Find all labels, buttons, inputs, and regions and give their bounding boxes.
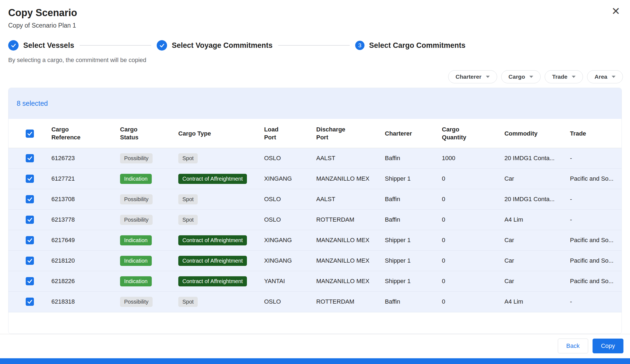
load-port-cell: YANTAI bbox=[264, 271, 316, 292]
row-checkbox-cell bbox=[8, 210, 51, 230]
cargo-type-badge: Spot bbox=[178, 153, 198, 163]
helper-text: By selecting a cargo, the commitment wil… bbox=[0, 57, 630, 64]
load-port-cell: OSLO bbox=[264, 189, 316, 210]
status-badge: Indication bbox=[120, 235, 152, 245]
trade-cell: - bbox=[570, 189, 622, 210]
commodity-cell: Car bbox=[504, 251, 570, 271]
step-connector bbox=[80, 45, 151, 46]
step-select-voyage-commitments[interactable]: Select Voyage Commitments bbox=[157, 40, 273, 51]
table-row[interactable]: 6213708 Possibility Spot OSLO AALST Baff… bbox=[8, 189, 622, 210]
table-row[interactable]: 6218120 Indication Contract of Affreight… bbox=[8, 251, 622, 271]
copy-button[interactable]: Copy bbox=[593, 339, 623, 353]
filter-cargo[interactable]: Cargo bbox=[501, 70, 541, 83]
cargo-quantity-cell: 0 bbox=[442, 210, 504, 230]
selected-count: 8 selected bbox=[8, 88, 622, 119]
step-complete-check-icon bbox=[8, 40, 19, 51]
table-row[interactable]: 6213778 Possibility Spot OSLO ROTTERDAM … bbox=[8, 210, 622, 230]
back-button[interactable]: Back bbox=[558, 339, 588, 353]
select-all-cell bbox=[8, 119, 51, 148]
cargo-status-cell: Indication bbox=[120, 251, 178, 271]
page-title: Copy Scenario bbox=[8, 7, 619, 19]
load-port-cell: XINGANG bbox=[264, 230, 316, 251]
status-badge: Possibility bbox=[120, 153, 153, 163]
table-row[interactable]: 6218226 Indication Contract of Affreight… bbox=[8, 271, 622, 292]
table-row[interactable]: 6126723 Possibility Spot OSLO AALST Baff… bbox=[8, 148, 622, 169]
dialog-header: Copy Scenario Copy of Scenario Plan 1 ✕ bbox=[0, 0, 630, 29]
cargo-quantity-cell: 0 bbox=[442, 292, 504, 312]
row-checkbox[interactable] bbox=[26, 175, 34, 183]
cargo-reference-cell: 6218120 bbox=[51, 251, 120, 271]
row-checkbox[interactable] bbox=[26, 154, 34, 162]
dialog-footer: Back Copy bbox=[0, 334, 630, 358]
status-badge: Indication bbox=[120, 174, 152, 184]
row-checkbox-cell bbox=[8, 148, 51, 169]
discharge-port-cell: AALST bbox=[316, 148, 385, 169]
row-checkbox[interactable] bbox=[26, 195, 34, 203]
trade-cell: Pacific and So... bbox=[570, 271, 622, 292]
filter-charterer[interactable]: Charterer bbox=[448, 70, 497, 83]
column-header: CargoStatus bbox=[120, 119, 178, 148]
charterer-cell: Shipper 1 bbox=[385, 251, 442, 271]
cargo-type-cell: Spot bbox=[178, 148, 264, 169]
commodity-cell: Car bbox=[504, 169, 570, 189]
row-checkbox-cell bbox=[8, 189, 51, 210]
filter-label: Trade bbox=[552, 74, 567, 80]
stepper: Select Vessels Select Voyage Commitments… bbox=[0, 40, 630, 51]
column-header: Commodity bbox=[504, 119, 570, 148]
filter-label: Cargo bbox=[509, 74, 525, 80]
row-checkbox[interactable] bbox=[26, 257, 34, 265]
cargo-table: CargoReferenceCargoStatusCargo TypeLoadP… bbox=[8, 119, 622, 312]
chevron-down-icon bbox=[486, 76, 490, 78]
discharge-port-cell: AALST bbox=[316, 189, 385, 210]
table-row[interactable]: 6217649 Indication Contract of Affreight… bbox=[8, 230, 622, 251]
row-checkbox[interactable] bbox=[26, 216, 34, 224]
trade-cell: Pacific and So... bbox=[570, 251, 622, 271]
filter-trade[interactable]: Trade bbox=[545, 70, 583, 83]
table-row[interactable]: 6127721 Indication Contract of Affreight… bbox=[8, 169, 622, 189]
discharge-port-cell: MANZANILLO MEX bbox=[316, 271, 385, 292]
cargo-status-cell: Possibility bbox=[120, 189, 178, 210]
filter-label: Charterer bbox=[456, 74, 482, 80]
status-badge: Indication bbox=[120, 256, 152, 266]
cargo-reference-cell: 6213778 bbox=[51, 210, 120, 230]
cargo-type-cell: Spot bbox=[178, 189, 264, 210]
cargo-reference-cell: 6213708 bbox=[51, 189, 120, 210]
cargo-type-cell: Spot bbox=[178, 292, 264, 312]
cargo-quantity-cell: 0 bbox=[442, 251, 504, 271]
step-label: Select Vessels bbox=[23, 41, 74, 50]
load-port-cell: OSLO bbox=[264, 148, 316, 169]
chevron-down-icon bbox=[612, 76, 616, 78]
trade-cell: Pacific and So... bbox=[570, 169, 622, 189]
discharge-port-cell: ROTTERDAM bbox=[316, 292, 385, 312]
row-checkbox-cell bbox=[8, 251, 51, 271]
charterer-cell: Shipper 1 bbox=[385, 271, 442, 292]
cargo-table-panel: 8 selected CargoReferenceCargoStatusCarg… bbox=[8, 88, 622, 334]
cargo-type-badge: Spot bbox=[178, 215, 198, 225]
discharge-port-cell: ROTTERDAM bbox=[316, 210, 385, 230]
charterer-cell: Baffin bbox=[385, 148, 442, 169]
row-checkbox[interactable] bbox=[26, 236, 34, 244]
cargo-type-badge: Contract of Affreightment bbox=[178, 235, 247, 245]
load-port-cell: XINGANG bbox=[264, 169, 316, 189]
trade-cell: - bbox=[570, 148, 622, 169]
cargo-type-cell: Contract of Affreightment bbox=[178, 271, 264, 292]
commodity-cell: 20 IMDG1 Conta... bbox=[504, 189, 570, 210]
cargo-type-badge: Contract of Affreightment bbox=[178, 276, 247, 286]
cargo-reference-cell: 6217649 bbox=[51, 230, 120, 251]
cargo-reference-cell: 6218226 bbox=[51, 271, 120, 292]
trade-cell: - bbox=[570, 292, 622, 312]
commodity-cell: A4 Lim bbox=[504, 210, 570, 230]
cargo-type-badge: Spot bbox=[178, 297, 198, 307]
step-select-vessels[interactable]: Select Vessels bbox=[8, 40, 74, 51]
select-all-checkbox[interactable] bbox=[26, 130, 34, 138]
row-checkbox[interactable] bbox=[26, 298, 34, 306]
trade-cell: Pacific and So... bbox=[570, 230, 622, 251]
row-checkbox-cell bbox=[8, 230, 51, 251]
row-checkbox[interactable] bbox=[26, 277, 34, 285]
close-icon[interactable]: ✕ bbox=[611, 6, 620, 16]
column-header: Charterer bbox=[385, 119, 442, 148]
filter-area[interactable]: Area bbox=[587, 70, 623, 83]
cargo-status-cell: Possibility bbox=[120, 148, 178, 169]
step-select-cargo-commitments[interactable]: 3 Select Cargo Commitments bbox=[355, 41, 466, 50]
table-row[interactable]: 6218318 Possibility Spot OSLO ROTTERDAM … bbox=[8, 292, 622, 312]
